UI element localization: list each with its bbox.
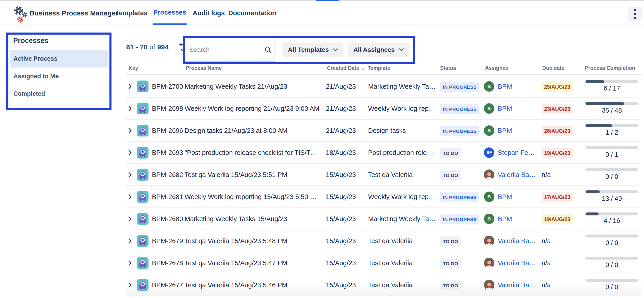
assignee-link[interactable]: BPM	[498, 215, 512, 222]
tab-documentation[interactable]: Documentation	[228, 1, 277, 25]
tab-processes[interactable]: Processes	[152, 1, 187, 25]
assignee-avatar	[484, 280, 494, 290]
column-header-label: Created Date	[327, 65, 359, 71]
process-name-link[interactable]: "Post production release checklist for T…	[184, 149, 320, 156]
chevron-right-icon[interactable]	[128, 282, 132, 288]
search-icon[interactable]	[264, 46, 272, 54]
column-header-created-date[interactable]: Created Date	[327, 65, 365, 71]
chevron-right-icon[interactable]	[128, 238, 132, 244]
assignee-link[interactable]: BPM	[498, 105, 512, 112]
process-key: BPM-2700	[152, 83, 183, 90]
chevron-right-icon[interactable]	[128, 83, 132, 89]
search-input[interactable]	[185, 38, 275, 62]
created-date: 15/Aug/23	[326, 171, 356, 178]
sidebar-item-active-process[interactable]: Active Process	[10, 50, 108, 68]
table-row[interactable]: BPM-2681 Weekly Work log reporting 15/Au…	[126, 186, 641, 208]
column-header-status: Status	[440, 65, 456, 71]
process-name-link[interactable]: Marketing Weekly Tasks 21/Aug/23	[184, 83, 287, 90]
kebab-menu-button[interactable]	[628, 7, 642, 21]
due-date-badge: 17/AUG/23	[542, 192, 573, 202]
status-badge: TO DO	[440, 258, 461, 268]
status-badge: IN PROGRESS	[440, 214, 479, 224]
table-row[interactable]: BPM-2693 "Post production release checkl…	[126, 142, 641, 164]
progress-fill	[586, 80, 604, 83]
process-robot-icon	[137, 235, 148, 247]
table-row[interactable]: BPM-2679 Test qa Valeriia 15/Aug/23 5:48…	[126, 230, 641, 252]
tab-audit-logs[interactable]: Audit logs	[192, 1, 226, 25]
tab-templates[interactable]: Templates	[115, 1, 148, 25]
sidebar-item-completed[interactable]: Completed	[8, 85, 110, 103]
status-badge: IN PROGRESS	[440, 104, 479, 114]
assignee-link[interactable]: Valeriia Bak…	[498, 237, 537, 245]
assignee-link[interactable]: Stepan Fed…	[498, 149, 537, 156]
count-total: 994	[157, 43, 168, 51]
table-row[interactable]: BPM-2700 Marketing Weekly Tasks 21/Aug/2…	[126, 76, 641, 98]
assignee-avatar: B	[484, 81, 494, 92]
table-row[interactable]: BPM-2678 Test qa Valeriia 15/Aug/23 5:47…	[126, 252, 641, 274]
table-row[interactable]: BPM-2696 Design tasks 21/Aug/23 at 8:00 …	[126, 120, 641, 142]
table-row[interactable]: BPM-2680 Marketing Weekly Tasks 15/Aug/2…	[126, 208, 641, 230]
process-name-link[interactable]: Test qa Valeriia 15/Aug/23 5:51 PM	[184, 171, 287, 178]
process-name-link[interactable]: Test qa Valeriia 15/Aug/23 5:48 PM	[184, 237, 287, 245]
assignee-link[interactable]: BPM	[498, 127, 512, 134]
process-robot-icon	[137, 81, 148, 92]
process-robot-icon	[137, 103, 148, 114]
process-key: BPM-2680	[152, 215, 183, 222]
progress-label: 0 / 1	[586, 151, 638, 158]
status-badge: IN PROGRESS	[440, 126, 479, 136]
chevron-right-icon[interactable]	[128, 150, 132, 156]
assignee-link[interactable]: Valeriia Bak…	[498, 281, 537, 289]
filter-all-assignees[interactable]: All Assignees	[348, 43, 409, 57]
chevron-right-icon[interactable]	[128, 172, 132, 178]
status-badge: IN PROGRESS	[440, 82, 479, 92]
column-header-due-date: Due date	[542, 65, 564, 71]
horizontal-scrollbar[interactable]	[0, 0, 644, 1]
table-row[interactable]: BPM-2677 Test qa Valeriia 15/Aug/23 5:46…	[126, 274, 641, 296]
process-completion: 0 / 0	[586, 279, 638, 291]
due-date-badge: n/a	[542, 259, 551, 266]
process-name-link[interactable]: Design tasks 21/Aug/23 at 8:00 AM	[184, 127, 288, 134]
chevron-right-icon[interactable]	[128, 194, 132, 200]
chevron-right-icon[interactable]	[128, 260, 132, 266]
filter-label: All Templates	[288, 46, 329, 53]
status-badge: TO DO	[440, 170, 461, 180]
sidebar-item-assigned-to-me[interactable]: Assigned to Me	[8, 68, 110, 85]
table-row[interactable]: BPM-2698 Weekly Work log reporting 21/Au…	[126, 98, 641, 120]
progress-label: 0 / 0	[586, 239, 638, 247]
process-name-link[interactable]: Weekly Work log reporting 21/Aug/23 9:00…	[184, 105, 320, 112]
scrollbar-thumb[interactable]	[316, 0, 339, 1]
due-date-badge: n/a	[542, 237, 551, 244]
template-name: Test qa Valeriia	[368, 281, 412, 289]
assignee-link[interactable]: Valeriia Bak…	[498, 171, 537, 178]
search-and-filters: All Templates All Assignees	[183, 36, 415, 64]
assignee-avatar: B	[484, 214, 494, 224]
filter-label: All Assignees	[353, 46, 395, 53]
filter-all-templates[interactable]: All Templates	[282, 43, 343, 57]
chevron-right-icon[interactable]	[128, 127, 132, 133]
progress-label: 13 / 49	[586, 195, 638, 202]
process-name-link[interactable]: Test qa Valeriia 15/Aug/23 5:46 PM	[184, 281, 287, 289]
process-name-link[interactable]: Test qa Valeriia 15/Aug/23 5:47 PM	[184, 259, 287, 267]
assignee-link[interactable]: BPM	[498, 193, 512, 200]
created-date: 15/Aug/23	[326, 237, 356, 245]
created-date: 15/Aug/23	[326, 215, 356, 222]
table-row[interactable]: BPM-2682 Test qa Valeriia 15/Aug/23 5:51…	[126, 164, 641, 186]
template-name: Marketing Weekly Tas…	[368, 215, 436, 222]
chevron-right-icon[interactable]	[128, 216, 132, 222]
process-name-link[interactable]: Marketing Weekly Tasks 15/Aug/23	[184, 215, 287, 222]
template-name: Test qa Valeriia	[368, 237, 412, 245]
process-robot-icon	[137, 125, 148, 136]
due-date-badge: 25/AUG/23	[542, 82, 573, 91]
process-robot-icon	[137, 213, 148, 225]
process-key: BPM-2681	[152, 193, 183, 200]
progress-label: 0 / 0	[586, 173, 638, 180]
due-date-badge: 19/AUG/23	[542, 214, 573, 224]
progress-track	[586, 102, 638, 105]
assignee-link[interactable]: Valeriia Bak…	[498, 259, 537, 267]
assignee-link[interactable]: BPM	[498, 83, 512, 90]
process-robot-icon	[137, 147, 148, 159]
process-key: BPM-2693	[152, 149, 183, 156]
column-header-assignee: Assignee	[485, 65, 508, 71]
process-name-link[interactable]: Weekly Work log reporting 15/Aug/23 5:50…	[184, 193, 320, 200]
chevron-right-icon[interactable]	[128, 105, 132, 111]
